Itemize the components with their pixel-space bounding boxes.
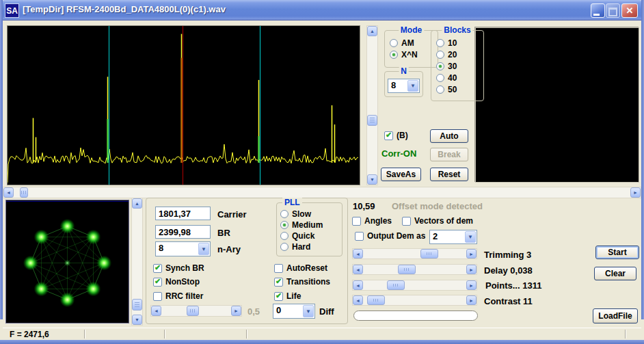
radio-circle <box>436 74 444 82</box>
maximize-button[interactable] <box>606 3 620 18</box>
angles-checkbox[interactable]: Angles <box>352 216 392 226</box>
blocks-group-caption: Blocks <box>442 25 472 35</box>
scroll-thumb[interactable] <box>420 249 438 259</box>
radio-pll-medium[interactable]: Medium <box>280 220 323 230</box>
checkbox-box <box>352 217 361 226</box>
scroll-up-icon[interactable]: ▲ <box>367 26 377 36</box>
scroll-right-icon[interactable]: ► <box>231 306 241 316</box>
checkbox-label: (B) <box>397 131 408 140</box>
radio-label: 30 <box>448 62 457 71</box>
n-ary-label: n-Ary <box>217 244 241 254</box>
minimize-button[interactable] <box>591 3 605 18</box>
radio-blocks-40[interactable]: 40 <box>436 73 457 83</box>
autoreset-checkbox[interactable]: AutoReset <box>274 263 327 273</box>
scroll-thumb[interactable] <box>187 306 199 316</box>
scroll-thumb[interactable] <box>132 299 142 310</box>
chevron-down-icon[interactable]: ▼ <box>303 305 314 317</box>
output-dem-checkbox[interactable]: Output Dem as <box>355 231 425 241</box>
scroll-track[interactable] <box>367 36 377 174</box>
radio-label: 10 <box>448 38 457 48</box>
spectrum-vertical-scrollbar[interactable]: ▲ ▼ <box>366 25 378 185</box>
scroll-right-icon[interactable]: ► <box>630 187 641 198</box>
scroll-right-icon[interactable]: ► <box>466 280 477 290</box>
radio-xn[interactable]: X^N <box>390 50 418 59</box>
frequency-status: F = 2471,6 <box>10 330 49 339</box>
clear-button[interactable]: Clear <box>594 267 636 280</box>
radio-blocks-10[interactable]: 10 <box>436 38 457 48</box>
spectrum-display[interactable] <box>7 25 360 185</box>
scroll-track[interactable] <box>161 306 231 316</box>
reset-button[interactable]: Reset <box>430 168 468 181</box>
scroll-left-icon[interactable]: ◄ <box>353 295 363 305</box>
scroll-track[interactable] <box>363 295 466 305</box>
constellation-vertical-scrollbar[interactable]: ▲ ▼ <box>131 198 143 326</box>
scroll-thumb[interactable] <box>367 115 377 126</box>
chevron-down-icon[interactable]: ▼ <box>465 231 476 243</box>
scroll-left-icon[interactable]: ◄ <box>353 249 363 259</box>
scroll-thumb[interactable] <box>387 280 405 290</box>
trimming-label: Trimming 3 <box>484 250 531 260</box>
auto-button[interactable]: Auto <box>430 129 468 143</box>
rrc-scrollbar[interactable]: ◄ ► <box>150 305 242 317</box>
loadfile-button[interactable]: LoadFile <box>593 308 638 323</box>
main-horizontal-scrollbar[interactable]: ◄ ► <box>3 187 641 198</box>
scroll-right-icon[interactable]: ► <box>466 249 477 259</box>
constellation-display[interactable] <box>5 200 129 323</box>
checkbox-box <box>402 217 411 226</box>
radio-pll-slow[interactable]: Slow <box>280 209 311 219</box>
contrast-scrollbar[interactable]: ◄ ► <box>352 295 477 306</box>
scroll-track[interactable] <box>132 209 142 315</box>
scroll-track[interactable] <box>363 249 466 259</box>
progress-bar <box>353 310 478 321</box>
b-checkbox[interactable]: (B) <box>384 131 408 140</box>
scroll-down-icon[interactable]: ▼ <box>132 315 142 325</box>
scroll-track[interactable] <box>14 187 630 198</box>
nonstop-checkbox[interactable]: NonStop <box>153 277 200 287</box>
radio-am[interactable]: AM <box>390 38 414 48</box>
scroll-thumb[interactable] <box>367 295 385 305</box>
radio-blocks-50[interactable]: 50 <box>436 85 457 94</box>
start-button[interactable]: Start <box>595 246 639 259</box>
scroll-thumb[interactable] <box>398 265 416 274</box>
break-button[interactable]: Break <box>430 148 468 161</box>
scroll-track[interactable] <box>363 280 466 290</box>
app-icon[interactable]: SA <box>5 3 19 18</box>
radio-pll-hard[interactable]: Hard <box>280 242 310 252</box>
points-scrollbar[interactable]: ◄ ► <box>352 280 477 291</box>
checkbox-box <box>153 264 162 273</box>
br-input[interactable] <box>155 225 211 239</box>
scroll-down-icon[interactable]: ▼ <box>367 174 377 185</box>
synch-br-checkbox[interactable]: Synch BR <box>153 263 204 273</box>
scroll-right-icon[interactable]: ► <box>466 295 477 305</box>
scroll-left-icon[interactable]: ◄ <box>151 306 161 316</box>
chevron-down-icon[interactable]: ▼ <box>198 243 209 255</box>
scroll-left-icon[interactable]: ◄ <box>3 187 14 198</box>
radio-pll-quick[interactable]: Quick <box>280 231 314 241</box>
radio-blocks-30[interactable]: 30 <box>436 62 457 71</box>
chevron-down-icon[interactable]: ▼ <box>407 80 418 92</box>
carrier-input[interactable] <box>155 207 211 220</box>
scroll-thumb[interactable] <box>20 187 28 198</box>
scroll-right-icon[interactable]: ► <box>466 265 477 274</box>
rrc-filter-checkbox[interactable]: RRC filter <box>153 291 203 301</box>
trimming-scrollbar[interactable]: ◄ ► <box>352 248 477 259</box>
delay-scrollbar[interactable]: ◄ ► <box>352 264 477 275</box>
output-dem-select[interactable]: 2 ▼ <box>429 230 477 244</box>
life-checkbox[interactable]: Life <box>274 291 301 301</box>
scroll-up-icon[interactable]: ▲ <box>132 198 142 209</box>
radio-blocks-20[interactable]: 20 <box>436 50 457 59</box>
scroll-left-icon[interactable]: ◄ <box>353 280 363 290</box>
checkbox-label: Transitions <box>286 277 330 287</box>
transitions-checkbox[interactable]: Transitions <box>274 277 330 287</box>
n-select[interactable]: 8 ▼ <box>388 79 420 93</box>
saveas-button[interactable]: SaveAs <box>381 168 421 181</box>
app-window: SA [TempDir] RFSM-2400Bd_DATA4800L(0)(c1… <box>0 0 644 344</box>
statusbar-separator <box>164 330 165 339</box>
diff-select[interactable]: 0 ▼ <box>273 304 315 319</box>
n-ary-select[interactable]: 8 ▼ <box>155 241 211 256</box>
scroll-left-icon[interactable]: ◄ <box>353 265 363 274</box>
scroll-track[interactable] <box>363 265 466 274</box>
close-button[interactable] <box>621 3 638 18</box>
vectors-of-dem-checkbox[interactable]: Vectors of dem <box>402 216 473 226</box>
output-dem-value: 2 <box>430 230 464 243</box>
